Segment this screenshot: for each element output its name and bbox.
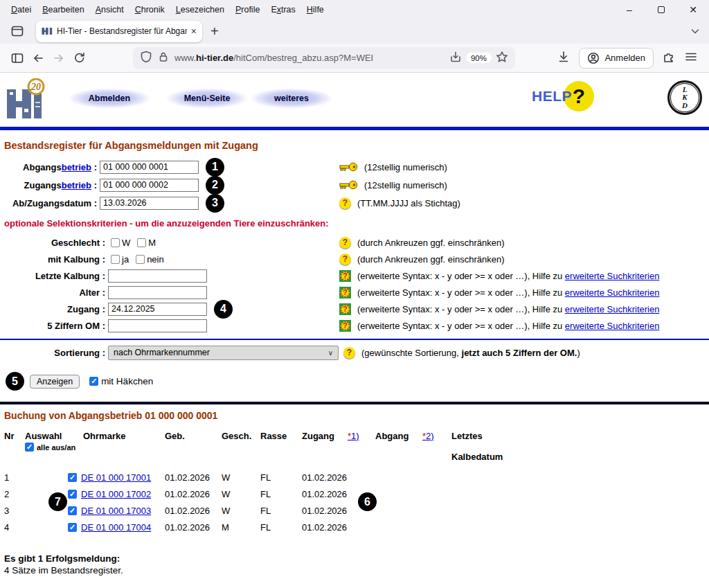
zugangsbetrieb-input[interactable]	[100, 179, 199, 192]
anzeigen-button[interactable]: Anzeigen	[30, 375, 80, 389]
menu-hilfe[interactable]: Hilfe	[301, 5, 330, 15]
menu-label: tras	[281, 5, 296, 15]
menu-label: B	[42, 5, 48, 15]
abgangsbetrieb-row: Abgangsbetrieb : 1 (12stellig numerisch)	[4, 158, 709, 176]
list-tabs-chevron-icon[interactable]	[690, 26, 701, 39]
datum-input[interactable]	[100, 197, 199, 210]
row-select-checkbox[interactable]	[68, 490, 77, 499]
tab-hi-tier[interactable]: HI-Tier - Bestandsregister für Abgangsme…	[36, 21, 202, 42]
tab-close-icon[interactable]: ×	[191, 26, 197, 36]
lock-icon[interactable]	[158, 51, 169, 64]
col-header-letztes: Letztes	[451, 431, 709, 441]
kalbung-row: mit Kalbung : ja nein ? (durch Ankreuzen…	[4, 251, 709, 267]
app-menu-hamburger-icon[interactable]	[684, 50, 698, 66]
mit-haekchen-checkbox[interactable]	[89, 377, 98, 386]
note-text: (erweiterte Syntax: x - y oder >= x oder…	[357, 287, 659, 298]
help-button[interactable]: HELP ?	[532, 81, 594, 112]
kalbung-note: ? (durch Ankreuzen ggf. einschränken)	[339, 253, 504, 265]
menue-seite-button[interactable]: Menü-Seite	[165, 88, 249, 109]
ohrmarke-link[interactable]: DE 01 000 17002	[81, 489, 151, 499]
geschlecht-note: ? (durch Ankreuzen ggf. einschränken)	[339, 237, 504, 249]
table-row: 4 DE 01 000 17004 01.02.2026 M FL 01.02.…	[4, 519, 709, 535]
window-maximize-button[interactable]	[645, 0, 677, 19]
menu-label: E	[271, 5, 276, 15]
save-page-icon[interactable]	[449, 51, 462, 65]
geschlecht-m-checkbox[interactable]	[137, 238, 146, 247]
erweiterte-suchkriterien-link[interactable]: erweiterte Suchkriterien	[565, 271, 660, 281]
downloads-icon[interactable]	[557, 50, 571, 66]
help-icon[interactable]: ?	[339, 197, 351, 209]
datum-row: Ab/Zugangsdatum : 3 ? (TT.MM.JJJJ als St…	[4, 194, 709, 212]
menu-extras[interactable]: Extras	[265, 5, 300, 15]
erweiterte-suchkriterien-link[interactable]: erweiterte Suchkriterien	[565, 304, 660, 314]
advanced-help-icon[interactable]: ?	[339, 320, 351, 332]
forward-button[interactable]	[48, 48, 69, 69]
help-icon[interactable]: ?	[339, 253, 351, 265]
bookmark-star-icon[interactable]	[496, 51, 508, 65]
letzte-kalbung-input[interactable]	[108, 269, 207, 283]
row-select-checkbox[interactable]	[68, 506, 77, 515]
zoom-level-indicator[interactable]: 90%	[466, 53, 492, 63]
url-bar[interactable]: www.hi-tier.de/hitCom/bestreg_abzu.asp?M…	[133, 47, 515, 69]
menu-lesezeichen[interactable]: Lesezeichen	[170, 5, 230, 15]
alter-input[interactable]	[108, 286, 207, 299]
help-icon[interactable]: ?	[339, 237, 351, 249]
help-icon[interactable]: ?	[343, 347, 355, 359]
annotation-badge-3: 3	[206, 194, 224, 213]
abmelden-button[interactable]: Abmelden	[67, 88, 152, 109]
menu-datei[interactable]: Datei	[6, 5, 37, 15]
lkd-letter: D	[682, 102, 688, 109]
row-select-checkbox[interactable]	[68, 523, 77, 532]
weiteres-button[interactable]: weiteres	[249, 88, 334, 109]
lkd-logo: L K D	[667, 80, 702, 115]
note-text: (durch Ankreuzen ggf. einschränken)	[357, 254, 504, 265]
footnote-2-link[interactable]: *2)	[422, 431, 451, 441]
kalbung-ja-checkbox[interactable]	[111, 255, 120, 264]
sidebar-toggle-icon[interactable]	[7, 48, 28, 69]
reload-button[interactable]	[69, 48, 90, 69]
row-select-checkbox[interactable]	[68, 473, 77, 482]
letzte-kalbung-note: ? (erweiterte Syntax: x - y oder >= x od…	[339, 270, 659, 282]
menu-ansicht[interactable]: Ansicht	[90, 5, 129, 15]
window-minimize-button[interactable]: –	[613, 0, 645, 19]
advanced-help-icon[interactable]: ?	[339, 303, 351, 315]
annotation-badge-7: 7	[48, 492, 67, 511]
help-label: HELP	[532, 88, 572, 105]
back-button[interactable]	[28, 48, 48, 69]
tracking-shield-icon[interactable]	[140, 51, 152, 65]
footnote-1-link[interactable]: *1)	[348, 431, 375, 441]
weiteres-label: weiteres	[274, 93, 309, 103]
letzte-kalbung-row: Letzte Kalbung : ? (erweiterte Syntax: x…	[4, 267, 709, 284]
betrieb-link[interactable]: betrieb	[62, 162, 91, 172]
ohrmarke-link[interactable]: DE 01 000 17004	[81, 522, 151, 533]
ohrmarke-link[interactable]: DE 01 000 17003	[81, 506, 151, 516]
erweiterte-suchkriterien-link[interactable]: erweiterte Suchkriterien	[565, 287, 660, 298]
menu-chronik[interactable]: Chronik	[129, 5, 170, 15]
menu-bearbeiten[interactable]: Bearbeiten	[37, 5, 89, 15]
erweiterte-suchkriterien-link[interactable]: erweiterte Suchkriterien	[565, 321, 660, 331]
tab-favicon-hi-logo	[42, 26, 53, 37]
zugang-input[interactable]	[108, 303, 207, 316]
menu-profile[interactable]: Profile	[230, 5, 265, 15]
kalbung-nein-checkbox[interactable]	[136, 255, 145, 264]
new-tab-button[interactable]: +	[210, 24, 219, 38]
syntax-note: (erweiterte Syntax: x - y oder >= x oder…	[357, 321, 565, 331]
betrieb-link[interactable]: betrieb	[62, 180, 91, 190]
extensions-puzzle-icon[interactable]	[662, 50, 676, 66]
advanced-help-icon[interactable]: ?	[339, 287, 351, 299]
menu-label: nsicht	[101, 5, 124, 15]
syntax-note: (erweiterte Syntax: x - y oder >= x oder…	[357, 271, 565, 281]
anzeigen-action-row: 5 Anzeigen mit Häkchen	[4, 372, 709, 391]
advanced-help-icon[interactable]: ?	[339, 270, 351, 282]
ziffern-om-input[interactable]	[108, 319, 207, 332]
geschlecht-w-checkbox[interactable]	[111, 238, 120, 247]
firefox-view-icon[interactable]	[7, 21, 28, 42]
window-close-button[interactable]: ✕	[677, 0, 709, 19]
alle-aus-an-checkbox[interactable]	[25, 443, 34, 452]
lkd-letter: K	[682, 93, 687, 101]
abgangsbetrieb-input[interactable]	[100, 161, 199, 174]
ohrmarke-link[interactable]: DE 01 000 17001	[81, 472, 151, 483]
signin-button[interactable]: Anmelden	[579, 48, 654, 69]
sortierung-select[interactable]: nach Ohrmarkennummer ∨	[108, 346, 339, 360]
page-title: Bestandsregister für Abgangsmeldungen mi…	[4, 130, 709, 158]
